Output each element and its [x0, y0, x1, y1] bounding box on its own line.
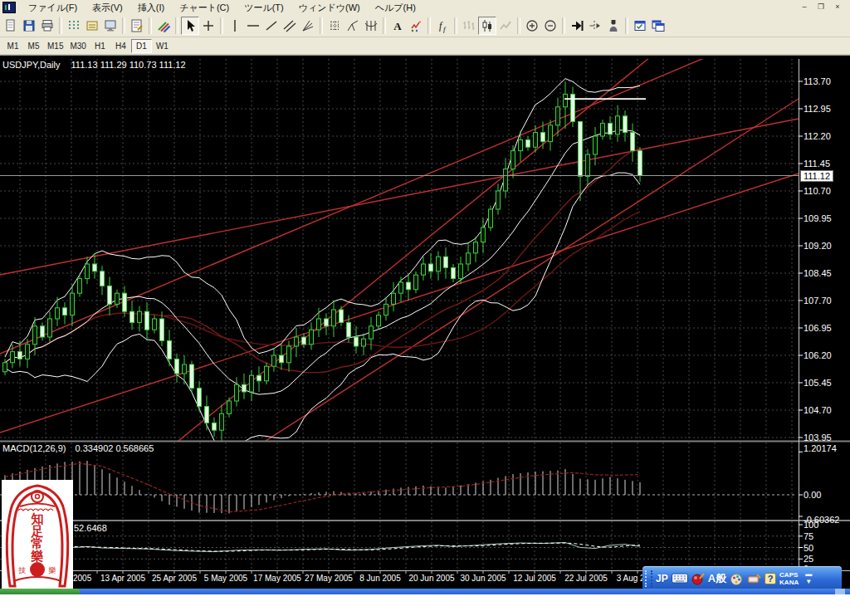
chart-title: USDJPY,Daily 111.13 111.29 110.73 111.12 [2, 60, 186, 70]
price-label: 106.95 [804, 323, 832, 333]
toolbar-separator [383, 17, 386, 34]
date-label: 22 Jul 2005 [564, 574, 608, 583]
grid-button[interactable] [325, 17, 344, 35]
chart-canvas[interactable] [0, 56, 850, 591]
price-label: 105.45 [804, 378, 832, 388]
ime-caps-label[interactable]: CAPS [779, 571, 799, 579]
ime-input-mode-icon[interactable] [691, 572, 705, 585]
ime-options-button[interactable]: ▼ [804, 579, 813, 585]
scroll-to-end-button[interactable] [568, 17, 586, 35]
zoom-out-icon [543, 18, 558, 33]
subwindow-scale-label: 75 [804, 531, 813, 541]
ime-key-state[interactable]: CAPS KANA [779, 571, 799, 586]
ime-pad-icon[interactable] [747, 573, 761, 584]
keyboard-icon[interactable] [672, 573, 688, 584]
chart-window-icon[interactable] [2, 2, 16, 13]
zoom-in-button[interactable] [523, 17, 541, 35]
date-label: 25 Apr 2005 [152, 574, 197, 583]
price-label: 106.20 [804, 350, 832, 360]
new-chart-icon [3, 18, 18, 33]
price-label: 113.70 [804, 76, 831, 86]
timeframe-m15-button[interactable]: M15 [44, 39, 66, 53]
new-chart-button[interactable] [2, 17, 20, 35]
fibonacci-button[interactable] [299, 17, 317, 35]
toolbar-separator [625, 17, 628, 34]
cursor-button[interactable] [181, 17, 199, 35]
ime-grip-handle[interactable] [645, 570, 652, 587]
chart-shift-button[interactable] [586, 17, 604, 35]
date-label: 17 May 2005 [253, 574, 301, 583]
price-label: 108.45 [804, 268, 832, 278]
objects-button[interactable] [154, 17, 173, 35]
ime-language-label[interactable]: JP [656, 573, 668, 584]
current-price-box: 111.12 [800, 170, 833, 182]
vertical-line-button[interactable] [226, 17, 244, 35]
menu-bar: ファイル(F)表示(V)挿入(I)チャート(C)ツール(T)ウィンドウ(W)ヘル… [0, 0, 850, 16]
menu-item-2[interactable]: 挿入(I) [130, 0, 172, 16]
ime-language-bar[interactable]: JP A般 ? CAPS KANA ▬ [642, 566, 842, 590]
timeframe-w1-button[interactable]: W1 [152, 39, 173, 53]
ime-minimize-button[interactable]: ▬ [804, 571, 813, 578]
menu-item-5[interactable]: ウィンドウ(W) [291, 0, 368, 16]
properties-button[interactable] [128, 17, 146, 35]
menu-item-4[interactable]: ツール(T) [237, 0, 291, 16]
bar-chart-button[interactable] [460, 17, 478, 35]
red-seal-image: 知足常樂 技 樂 [2, 480, 73, 589]
line-chart-button[interactable] [496, 17, 515, 35]
candlestick-chart-icon [480, 18, 495, 33]
cycle-lines-icon [364, 18, 379, 33]
horizontal-line-button[interactable] [244, 17, 262, 35]
timeframe-d1-button[interactable]: D1 [131, 39, 152, 53]
save-icon [22, 18, 37, 33]
minimize-button[interactable]: – [797, 2, 812, 14]
price-label: 111.45 [804, 159, 830, 169]
cycle-lines-button[interactable] [362, 17, 380, 35]
expert-advisor-button[interactable] [604, 17, 623, 35]
candlestick-chart-button[interactable] [478, 17, 496, 35]
close-button[interactable]: × [830, 2, 845, 14]
timeframe-h4-button[interactable]: H4 [110, 39, 131, 53]
ime-help-icon[interactable]: ? [765, 573, 776, 584]
timeframe-h1-button[interactable]: H1 [90, 39, 110, 53]
window-list-button[interactable] [649, 17, 667, 35]
trendline-button[interactable] [262, 17, 281, 35]
chart-shift-icon [588, 18, 603, 33]
macd-indicator-values: 0.334902 0.568665 [75, 443, 154, 453]
subwindow-scale-label: 25 [804, 554, 813, 564]
arrows-button[interactable] [407, 17, 425, 35]
timeframe-m5-button[interactable]: M5 [23, 39, 44, 53]
ime-tools-icon[interactable] [730, 572, 744, 585]
svg-text:A: A [393, 20, 402, 32]
menu-item-0[interactable]: ファイル(F) [21, 0, 85, 16]
date-label: 20 Jun 2005 [408, 574, 454, 583]
ime-kana-label[interactable]: KANA [779, 579, 799, 586]
andrews-pitchfork-button[interactable] [344, 17, 362, 35]
windows-taskbar[interactable] [0, 589, 850, 594]
save-button[interactable] [20, 17, 38, 35]
price-label: 110.70 [804, 186, 831, 196]
menu-item-1[interactable]: 表示(V) [85, 0, 130, 16]
market-watch-button[interactable] [65, 17, 83, 35]
terminal-button[interactable] [101, 17, 120, 35]
text-button[interactable]: A [388, 17, 407, 35]
ime-conversion-mode[interactable]: A般 [708, 571, 726, 586]
timeframe-m1-button[interactable]: M1 [2, 39, 23, 53]
menu-item-3[interactable]: チャート(C) [172, 0, 237, 16]
start-button[interactable] [0, 589, 80, 594]
fibonacci-icon [300, 18, 315, 33]
menu-item-6[interactable]: ヘルプ(H) [368, 0, 423, 16]
indicators-button[interactable]: ff [433, 17, 452, 35]
print-button[interactable] [38, 17, 56, 35]
navigator-button[interactable] [83, 17, 101, 35]
timeframe-m30-button[interactable]: M30 [66, 39, 89, 53]
arrows-icon [408, 18, 423, 33]
chart-window[interactable]: USDJPY,Daily 111.13 111.29 110.73 111.12… [0, 55, 850, 591]
new-window-button[interactable] [631, 17, 649, 35]
market-watch-icon [66, 18, 81, 33]
crosshair-button[interactable] [199, 17, 217, 35]
zoom-out-button[interactable] [541, 17, 559, 35]
restore-button[interactable]: ❐ [813, 2, 828, 14]
channel-button[interactable] [281, 17, 299, 35]
menu-items: ファイル(F)表示(V)挿入(I)チャート(C)ツール(T)ウィンドウ(W)ヘル… [21, 0, 423, 16]
scroll-to-end-icon [569, 18, 584, 33]
